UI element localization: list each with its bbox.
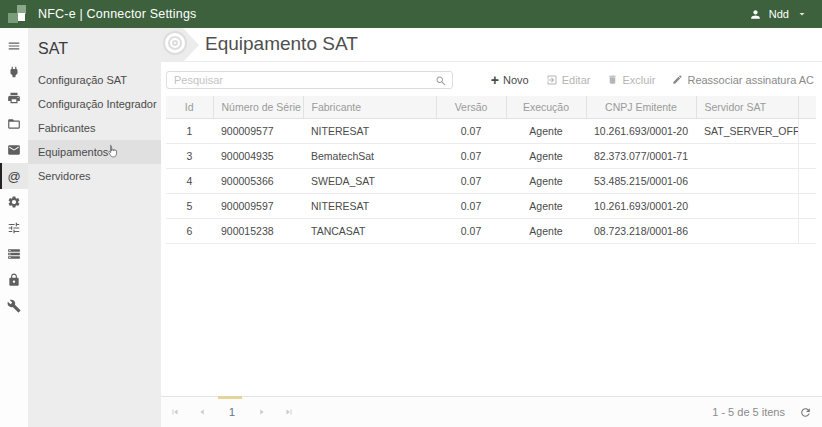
plus-icon: + xyxy=(491,75,499,85)
equipment-table: Id Número de Série Fabricante Versão Exe… xyxy=(166,96,816,244)
hamburger-menu-icon[interactable] xyxy=(0,33,28,59)
cell-servidor-sat xyxy=(696,193,798,218)
sidebar: SAT Configuração SAT Configuração Integr… xyxy=(28,28,161,427)
sidebar-title: SAT xyxy=(28,28,161,68)
table-row[interactable]: 6 900015238 TANCASAT 0.07 Agente 08.723.… xyxy=(166,218,816,243)
items-summary: 1 - 5 de 5 itens xyxy=(712,406,785,418)
table-row[interactable]: 4 900005366 SWEDA_SAT 0.07 Agente 53.485… xyxy=(166,168,816,193)
first-page-button[interactable] xyxy=(168,403,182,421)
cell-id: 3 xyxy=(166,143,213,168)
cell-numero-serie: 900005366 xyxy=(213,168,303,193)
cell-spacer xyxy=(798,143,816,168)
cell-cnpj: 82.373.077/0001-71 xyxy=(586,143,696,168)
sliders-icon[interactable] xyxy=(0,215,28,241)
table-header-row: Id Número de Série Fabricante Versão Exe… xyxy=(166,96,816,118)
cell-numero-serie: 900009597 xyxy=(213,193,303,218)
mail-icon[interactable] xyxy=(0,137,28,163)
cell-spacer xyxy=(798,118,816,143)
server-icon[interactable] xyxy=(0,241,28,267)
column-header-execucao[interactable]: Execução xyxy=(506,96,586,118)
cell-execucao: Agente xyxy=(506,193,586,218)
sidebar-item-fabricantes[interactable]: Fabricantes xyxy=(28,116,161,140)
lock-icon[interactable] xyxy=(0,267,28,293)
pager: 1 1 - 5 de 5 itens xyxy=(161,396,822,427)
cell-fabricante: TANCASAT xyxy=(303,218,436,243)
sidebar-item-configuracao-integrador[interactable]: Configuração Integrador xyxy=(28,92,161,116)
column-header-id[interactable]: Id xyxy=(166,96,213,118)
user-name: Ndd xyxy=(769,8,789,20)
editar-button[interactable]: Editar xyxy=(546,74,591,86)
folder-open-icon[interactable] xyxy=(0,111,28,137)
cell-servidor-sat xyxy=(696,218,798,243)
cell-id: 1 xyxy=(166,118,213,143)
grid-toolbar: + Novo Editar Excluir xyxy=(491,74,816,86)
cell-cnpj: 10.261.693/0001-20 xyxy=(586,118,696,143)
sidebar-item-servidores[interactable]: Servidores xyxy=(28,164,161,188)
cell-spacer xyxy=(798,193,816,218)
excluir-label: Excluir xyxy=(622,74,655,86)
plug-icon[interactable] xyxy=(0,59,28,85)
main-panel: Equipamento SAT + Novo xyxy=(161,28,822,427)
search-icon xyxy=(435,73,447,91)
last-page-button[interactable] xyxy=(282,403,296,421)
cell-execucao: Agente xyxy=(506,143,586,168)
app-logo xyxy=(8,5,26,23)
cell-fabricante: BematechSat xyxy=(303,143,436,168)
cell-fabricante: NITERESAT xyxy=(303,193,436,218)
trash-icon xyxy=(607,74,618,85)
page-number[interactable]: 1 xyxy=(222,406,242,418)
sidebar-item-configuracao-sat[interactable]: Configuração SAT xyxy=(28,68,161,92)
wrench-icon[interactable] xyxy=(0,293,28,319)
cell-execucao: Agente xyxy=(506,118,586,143)
cell-versao: 0.07 xyxy=(436,118,506,143)
cell-numero-serie: 900004935 xyxy=(213,143,303,168)
cell-servidor-sat: SAT_SERVER_OFF xyxy=(696,118,798,143)
chevron-down-icon xyxy=(796,8,808,20)
cell-spacer xyxy=(798,218,816,243)
reassociar-assinatura-button[interactable]: Reassociar assinatura AC xyxy=(672,74,814,86)
cell-id: 4 xyxy=(166,168,213,193)
cell-servidor-sat xyxy=(696,143,798,168)
column-header-numero-serie[interactable]: Número de Série xyxy=(213,96,303,118)
cell-versao: 0.07 xyxy=(436,168,506,193)
target-decoration-icon xyxy=(161,28,209,62)
column-header-servidor-sat[interactable]: Servidor SAT xyxy=(696,96,798,118)
at-sign-icon[interactable]: @ xyxy=(0,163,28,189)
refresh-button[interactable] xyxy=(799,406,812,419)
novo-button[interactable]: + Novo xyxy=(491,74,529,86)
page-title: Equipamento SAT xyxy=(205,33,358,55)
cell-id: 5 xyxy=(166,193,213,218)
app-title: NFC-e | Connector Settings xyxy=(38,7,197,21)
column-header-spacer xyxy=(798,96,816,118)
page-header: Equipamento SAT xyxy=(161,28,822,62)
column-header-cnpj-emitente[interactable]: CNPJ Emitente xyxy=(586,96,696,118)
table-row[interactable]: 3 900004935 BematechSat 0.07 Agente 82.3… xyxy=(166,143,816,168)
table-row[interactable]: 1 900009577 NITERESAT 0.07 Agente 10.261… xyxy=(166,118,816,143)
column-header-versao[interactable]: Versão xyxy=(436,96,506,118)
previous-page-button[interactable] xyxy=(195,403,209,421)
next-page-button[interactable] xyxy=(255,403,269,421)
printer-icon[interactable] xyxy=(0,85,28,111)
search-input[interactable] xyxy=(166,71,453,89)
edit-arrow-icon xyxy=(546,74,558,86)
reassociar-label: Reassociar assinatura AC xyxy=(687,74,814,86)
top-bar: NFC-e | Connector Settings Ndd xyxy=(0,0,822,28)
current-page-indicator xyxy=(218,396,242,399)
search-box xyxy=(166,70,453,89)
cell-numero-serie: 900009577 xyxy=(213,118,303,143)
column-header-fabricante[interactable]: Fabricante xyxy=(303,96,436,118)
cell-versao: 0.07 xyxy=(436,143,506,168)
cell-execucao: Agente xyxy=(506,218,586,243)
gear-icon[interactable] xyxy=(0,189,28,215)
user-menu[interactable]: Ndd xyxy=(749,8,822,21)
editar-label: Editar xyxy=(562,74,591,86)
excluir-button[interactable]: Excluir xyxy=(607,74,655,86)
icon-rail: @ xyxy=(0,28,28,427)
user-icon xyxy=(749,8,762,21)
cell-cnpj: 53.485.215/0001-06 xyxy=(586,168,696,193)
sidebar-item-equipamentos[interactable]: Equipamentos xyxy=(28,140,161,164)
cell-cnpj: 08.723.218/0001-86 xyxy=(586,218,696,243)
novo-label: Novo xyxy=(503,74,529,86)
table-row[interactable]: 5 900009597 NITERESAT 0.07 Agente 10.261… xyxy=(166,193,816,218)
cell-versao: 0.07 xyxy=(436,193,506,218)
